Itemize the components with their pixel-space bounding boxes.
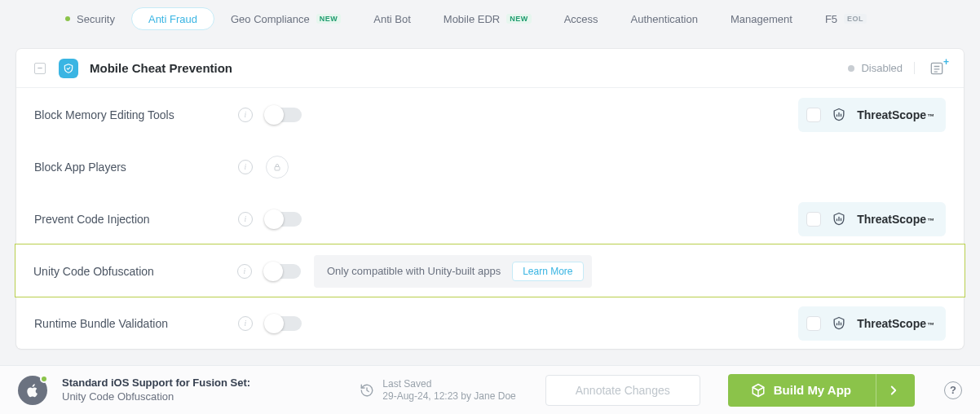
tab-security[interactable]: Security xyxy=(49,7,131,30)
help-button[interactable]: ? xyxy=(944,381,962,399)
shield-analytics-icon xyxy=(831,315,847,332)
annotate-changes-button[interactable]: Annotate Changes xyxy=(545,375,700,406)
status-dot-icon xyxy=(65,16,70,21)
collapse-toggle[interactable]: − xyxy=(34,63,46,74)
top-tabs: Security Anti Fraud Geo Compliance NEW A… xyxy=(0,0,980,37)
info-icon[interactable]: i xyxy=(237,264,252,279)
cube-icon xyxy=(751,383,766,398)
tab-label: F5 xyxy=(825,13,837,25)
build-my-app-button[interactable]: Build My App xyxy=(728,374,915,407)
last-saved-label: Last Saved xyxy=(382,378,515,390)
feature-label: Unity Code Obfuscation xyxy=(33,265,237,278)
page-root: Security Anti Fraud Geo Compliance NEW A… xyxy=(0,0,980,414)
tab-label: Mobile EDR xyxy=(444,13,500,25)
threatscope-tile[interactable]: ThreatScope™ xyxy=(798,98,946,132)
shield-wrench-icon xyxy=(59,59,78,78)
feature-rows: Block Memory Editing Tools i xyxy=(16,88,964,349)
feature-label: Block Memory Editing Tools xyxy=(34,108,238,121)
status-dot-icon xyxy=(848,65,854,72)
tab-anti-bot[interactable]: Anti Bot xyxy=(357,7,427,30)
chevron-right-icon[interactable] xyxy=(876,374,910,407)
threatscope-label: ThreatScope™ xyxy=(857,108,934,121)
plus-icon: + xyxy=(943,56,949,68)
threatscope-label: ThreatScope™ xyxy=(857,317,934,330)
card-title: Mobile Cheat Prevention xyxy=(90,61,232,75)
build-button-label: Build My App xyxy=(774,383,851,397)
tab-label: Anti Bot xyxy=(373,13,411,25)
last-saved-value: 29-Aug-24, 12:23 by Jane Doe xyxy=(382,390,515,403)
tab-label: Anti Fraud xyxy=(148,13,197,25)
info-icon[interactable]: i xyxy=(238,108,253,122)
tab-label: Access xyxy=(564,13,598,25)
tab-label: Authentication xyxy=(631,13,698,25)
tab-geo-compliance[interactable]: Geo Compliance NEW xyxy=(214,7,357,30)
threatscope-tile[interactable]: ThreatScope™ xyxy=(798,202,946,236)
info-icon[interactable]: i xyxy=(238,212,253,227)
feature-label: Runtime Bundle Validation xyxy=(34,317,238,330)
tab-access[interactable]: Access xyxy=(548,7,615,30)
status-label: Disabled xyxy=(861,62,903,74)
last-saved: Last Saved 29-Aug-24, 12:23 by Jane Doe xyxy=(360,378,515,403)
apple-icon xyxy=(18,376,47,405)
add-note-button[interactable]: + xyxy=(928,59,946,77)
threatscope-label: ThreatScope™ xyxy=(857,213,934,226)
toggle-switch[interactable] xyxy=(266,316,302,331)
footer-context: Standard iOS Support for Fusion Set: Uni… xyxy=(62,377,250,404)
feature-row: Block App Players i xyxy=(16,140,964,192)
status-badge: Disabled xyxy=(848,62,915,74)
lock-icon xyxy=(266,156,289,178)
shield-analytics-icon xyxy=(831,211,847,227)
feature-label: Block App Players xyxy=(34,161,238,174)
feature-label: Prevent Code Injection xyxy=(34,213,238,226)
tab-label: Geo Compliance xyxy=(231,13,310,25)
tab-management[interactable]: Management xyxy=(714,7,809,30)
footer-title: Standard iOS Support for Fusion Set: xyxy=(62,377,250,390)
info-icon[interactable]: i xyxy=(238,160,253,174)
footer-bar: Standard iOS Support for Fusion Set: Uni… xyxy=(0,365,980,414)
notice-text: Only compatible with Unity-built apps xyxy=(327,265,501,277)
shield-analytics-icon xyxy=(831,107,847,123)
footer-subtitle: Unity Code Obfuscation xyxy=(62,390,250,404)
threatscope-checkbox[interactable] xyxy=(806,212,821,227)
tab-anti-fraud[interactable]: Anti Fraud xyxy=(131,7,214,30)
learn-more-button[interactable]: Learn More xyxy=(512,262,583,281)
tab-label: Management xyxy=(731,13,792,25)
toggle-switch[interactable] xyxy=(266,108,302,122)
threatscope-checkbox[interactable] xyxy=(806,316,821,331)
toggle-switch[interactable] xyxy=(266,212,302,227)
feature-row: Runtime Bundle Validation i xyxy=(16,297,964,349)
tab-label: Security xyxy=(77,13,115,25)
svg-rect-1 xyxy=(275,166,280,170)
feature-row: Prevent Code Injection i xyxy=(16,192,964,244)
threatscope-checkbox[interactable] xyxy=(806,108,821,122)
threatscope-tile[interactable]: ThreatScope™ xyxy=(798,306,946,341)
tab-mobile-edr[interactable]: Mobile EDR NEW xyxy=(427,7,548,30)
compatibility-notice: Only compatible with Unity-built apps Le… xyxy=(314,255,592,288)
tab-f5[interactable]: F5 EOL xyxy=(809,7,883,30)
info-icon[interactable]: i xyxy=(238,316,253,331)
card-header: − Mobile Cheat Prevention Disabled xyxy=(16,49,964,88)
history-icon xyxy=(360,383,374,398)
status-dot-icon xyxy=(40,375,48,383)
new-badge: NEW xyxy=(506,14,532,24)
tab-authentication[interactable]: Authentication xyxy=(615,7,714,30)
feature-card: − Mobile Cheat Prevention Disabled xyxy=(16,49,964,349)
feature-row: Block Memory Editing Tools i xyxy=(16,88,964,140)
toggle-switch[interactable] xyxy=(265,264,301,279)
feature-row-highlighted: Unity Code Obfuscation i Only compatible… xyxy=(15,244,965,297)
new-badge: NEW xyxy=(316,14,342,24)
eol-badge: EOL xyxy=(844,14,867,24)
